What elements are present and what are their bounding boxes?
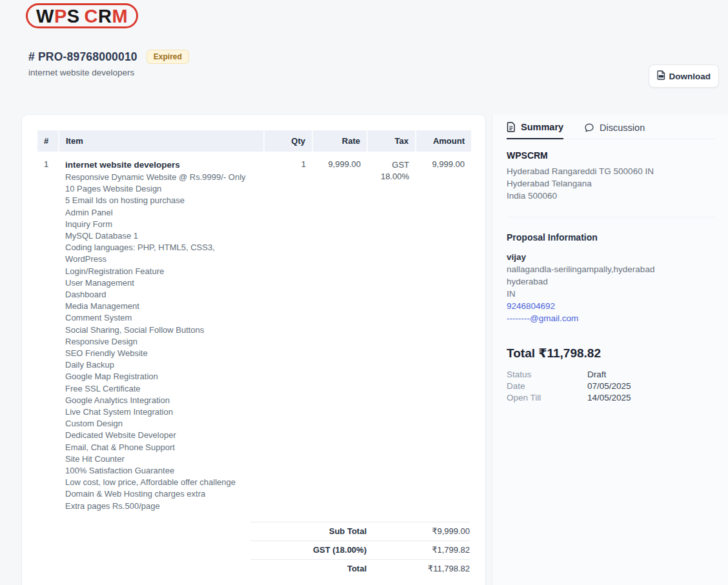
page-header: # PRO-89768000010 Expired internet websi… <box>0 28 728 88</box>
company-address-line: Hyderabad Telangana <box>507 177 715 190</box>
contact-address: nallagandla-serilingampally,hyderabadhyd… <box>507 263 715 300</box>
item-tax: GST 18.00% <box>367 152 416 512</box>
item-rate: 9,999.00 <box>312 152 367 512</box>
item-description-line: Extra pages Rs.500/page <box>65 501 258 512</box>
item-index: 1 <box>37 152 59 512</box>
item-description-line: Daily Backup <box>65 359 258 371</box>
item-description-line: Free SSL Certificate <box>65 383 258 395</box>
total-row: Sub Total ₹9,999.00 <box>250 522 470 540</box>
detail-label: Date <box>507 381 587 392</box>
column-header-rate: Rate <box>312 130 367 152</box>
speech-bubble-icon <box>584 123 594 133</box>
item-description-line: Custom Design <box>65 418 258 430</box>
item-description-line: Admin Panel <box>65 207 258 219</box>
detail-label: Status <box>507 369 587 381</box>
logo-letter: W <box>36 6 54 26</box>
item-description-line: Login/Registration Feature <box>65 266 258 277</box>
proposal-number: # PRO-89768000010 <box>28 50 137 64</box>
item-description-line: Comment System <box>65 312 258 324</box>
logo-letter: C <box>85 6 98 26</box>
total-row-value: ₹11,798.82 <box>394 564 470 573</box>
item-description-line: Domain & Web Hosting charges extra <box>65 488 258 500</box>
panel-tabs: Summary Discussion <box>507 114 715 139</box>
item-amount: 9,999.00 <box>416 152 471 512</box>
logo-letter: M <box>112 6 128 26</box>
download-button[interactable]: Download <box>649 64 720 88</box>
column-header-tax: Tax <box>367 130 416 152</box>
item-description-line: Email, Chat & Phone Support <box>65 442 258 453</box>
item-description-line: Google Analytics Integration <box>65 395 258 406</box>
item-description-line: Coding languages: PHP, HTML5, CSS3, <box>65 242 258 253</box>
item-description-line: SEO Friendly Website <box>65 348 258 359</box>
item-description-line: Google Map Registration <box>65 371 258 382</box>
invoice-card: # Item Qty Rate Tax Amount 1 internet we… <box>21 114 486 585</box>
item-name: internet website developers <box>65 159 258 171</box>
proposal-page: WPSCRM # PRO-89768000010 Expired interne… <box>0 0 728 585</box>
tab-summary-label: Summary <box>521 122 563 132</box>
item-description-line: Responsive Dynamic Website @ Rs.9999/- O… <box>65 172 258 183</box>
total-row: GST (18.00%) ₹1,799.82 <box>250 540 470 559</box>
column-header-amount: Amount <box>416 130 471 152</box>
logo-letter: S <box>67 6 80 26</box>
tab-discussion-label: Discussion <box>600 123 645 133</box>
download-button-label: Download <box>669 72 711 81</box>
proposal-subtitle: internet website developers <box>28 68 189 77</box>
items-table: # Item Qty Rate Tax Amount 1 internet we… <box>37 130 471 512</box>
column-header-index: # <box>37 130 59 152</box>
item-description-line: Responsive Design <box>65 336 258 348</box>
logo-letter: R <box>98 6 112 26</box>
company-address-line: India 500060 <box>507 190 715 202</box>
contact-address-line: hyderabad <box>507 275 715 288</box>
item-description-line: Media Management <box>65 301 258 312</box>
wpscrm-logo: WPSCRM <box>26 3 138 28</box>
proposal-info-block: Proposal Information vijay nallagandla-s… <box>507 217 715 324</box>
detail-row: Date 07/05/2025 <box>507 381 715 392</box>
sidebar-total: Total ₹11,798.82 <box>507 346 715 361</box>
status-badge: Expired <box>147 50 189 64</box>
document-icon <box>507 122 516 132</box>
item-qty: 1 <box>264 152 312 512</box>
contact-phone-link[interactable]: 9246804692 <box>507 300 555 312</box>
contact-name: vijay <box>507 251 715 263</box>
proposal-title-block: # PRO-89768000010 Expired internet websi… <box>28 50 189 77</box>
detail-row: Open Till 14/05/2025 <box>507 392 715 404</box>
totals-section: Sub Total ₹9,999.00 GST (18.00%) ₹1,799.… <box>250 522 470 578</box>
item-description-line: Social Sharing, Social Follow Buttons <box>65 324 258 336</box>
pdf-file-icon <box>657 70 665 82</box>
table-header-row: # Item Qty Rate Tax Amount <box>37 130 471 152</box>
total-row-label: Sub Total <box>250 526 394 536</box>
item-description-line: 5 Email Ids on hosting purchase <box>65 195 258 206</box>
item-description-line: Dashboard <box>65 289 258 301</box>
item-tax-rate: 18.00% <box>374 171 409 183</box>
detail-value: 14/05/2025 <box>587 392 631 404</box>
column-header-qty: Qty <box>264 130 312 152</box>
proposal-info-title: Proposal Information <box>507 232 715 243</box>
contact-address-line: IN <box>507 288 715 300</box>
item-description-line: Low cost, low price, Affordable offer ch… <box>65 477 258 488</box>
item-description-line: User Management <box>65 277 258 289</box>
item-description-line: 10 Pages Website Design <box>65 183 258 195</box>
total-row-label: GST (18.00%) <box>250 545 394 555</box>
item-description-line: Live Chat System Integration <box>65 406 258 418</box>
total-row-label: Total <box>250 564 394 573</box>
item-description-line: 100% Satisfaction Guarantee <box>65 465 258 477</box>
detail-value: 07/05/2025 <box>587 381 631 392</box>
item-description-line: Dedicated Website Developer <box>65 430 258 441</box>
summary-panel: Summary Discussion WPSCRM Hyderabad Rang… <box>492 114 728 585</box>
total-row: Total ₹11,798.82 <box>250 559 470 578</box>
company-name: WPSCRM <box>507 150 715 161</box>
detail-value: Draft <box>587 369 606 381</box>
topbar: WPSCRM <box>0 0 728 28</box>
company-address-line: Hyderabad Rangareddi TG 500060 IN <box>507 165 715 177</box>
tab-discussion[interactable]: Discussion <box>584 122 645 139</box>
company-address: Hyderabad Rangareddi TG 500060 INHyderab… <box>507 165 715 202</box>
item-tax-name: GST <box>374 159 409 171</box>
item-description: Responsive Dynamic Website @ Rs.9999/- O… <box>65 172 258 512</box>
content-area: # Item Qty Rate Tax Amount 1 internet we… <box>0 114 728 585</box>
table-row: 1 internet website developers Responsive… <box>37 152 471 512</box>
tab-summary[interactable]: Summary <box>507 122 563 139</box>
proposal-details: Status Draft Date 07/05/2025 Open Till 1… <box>507 369 715 404</box>
company-block: WPSCRM Hyderabad Rangareddi TG 500060 IN… <box>507 139 715 217</box>
contact-email-link[interactable]: --------@gmail.com <box>507 312 578 324</box>
item-description-line: Site Hit Counter <box>65 453 258 465</box>
